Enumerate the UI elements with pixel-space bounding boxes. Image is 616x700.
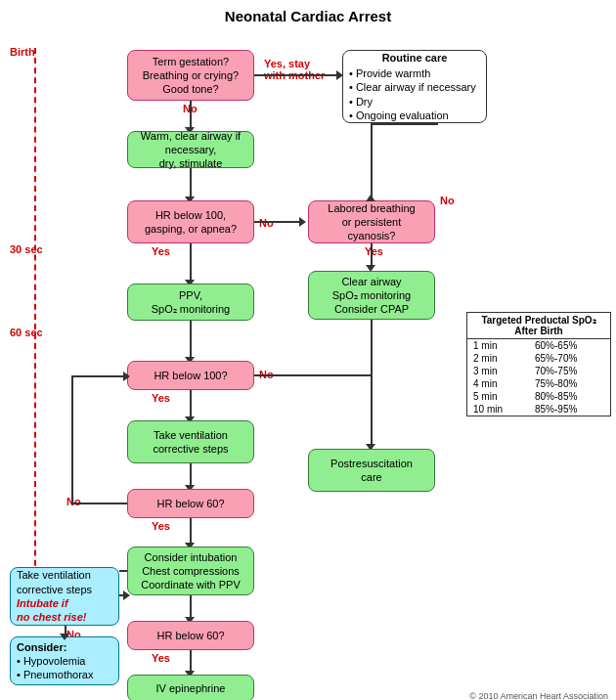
- spo2-row1-time: 1 min: [467, 339, 529, 353]
- spo2-row1-val: 60%-65%: [529, 339, 610, 353]
- consider-intubation-box: Consider intubationChest compressionsCoo…: [127, 547, 254, 595]
- arrow-term-to-warm: [190, 101, 192, 130]
- term-gestation-box: Term gestation?Breathing or crying?Good …: [127, 50, 254, 101]
- no-label-labored: No: [440, 195, 455, 206]
- hr-below-100-1-box: HR below 100,gasping, or apnea?: [127, 200, 254, 243]
- yes-label-hr60-2: Yes: [152, 652, 170, 664]
- arrowhead-cyan-consider: [60, 634, 69, 640]
- take-vent-steps-box: Take ventilationcorrective steps: [127, 420, 254, 463]
- consider-item2: • Pneumothorax: [17, 668, 93, 681]
- spo2-row6-val: 85%-95%: [529, 403, 610, 416]
- arrow-no-loop-up: [71, 375, 73, 503]
- arrowhead-labored-no: [366, 195, 375, 201]
- yes-label-hr2: Yes: [152, 392, 170, 404]
- warm-clear-text: Warm, clear airway if necessary,dry, sti…: [134, 129, 247, 171]
- copyright: © 2010 American Heart Association: [469, 691, 608, 700]
- consider-title: Consider:: [17, 640, 66, 654]
- routine-care-box: Routine care • Provide warmth • Clear ai…: [342, 50, 487, 123]
- 60sec-label: 60 sec: [10, 327, 43, 338]
- yes-stay-label: Yes, stay: [264, 58, 310, 69]
- spo2-row3-val: 70%-75%: [529, 365, 610, 377]
- spo2-row6-time: 10 min: [467, 403, 529, 416]
- arrow-hr60-no-left: [71, 503, 127, 504]
- spo2-row5-val: 80%-85%: [529, 390, 610, 403]
- labored-breathing-box: Labored breathingor persistentcyanosis?: [308, 200, 435, 243]
- take-vent-steps-text: Take ventilationcorrective steps: [153, 428, 228, 457]
- postresuscitation-box: Postresuscitationcare: [308, 449, 435, 492]
- no-label-2: No: [259, 217, 274, 229]
- no-label-hr60-1: No: [66, 496, 81, 507]
- consider-hypo-box: Consider: • Hypovolemia • Pneumothorax: [10, 636, 119, 685]
- ppv-text: PPV,SpO₂ monitoring: [152, 288, 230, 317]
- 30sec-label: 30 sec: [10, 243, 43, 255]
- take-vent-steps-2-box: Take ventilation corrective steps Intuba…: [10, 567, 119, 626]
- clear-airway-text: Clear airwaySpO₂ monitoringConsider CPAP: [332, 275, 411, 317]
- arrow-labored-up: [371, 123, 373, 200]
- take-vent-steps-2-line2: corrective steps: [17, 583, 92, 596]
- arrow-hr60-to-intub: [190, 518, 192, 546]
- routine-care-item3: • Dry: [349, 95, 373, 109]
- hr-below-100-1-text: HR below 100,gasping, or apnea?: [145, 208, 237, 237]
- take-vent-steps-2-line1: Take ventilation: [17, 568, 91, 582]
- spo2-row4-val: 75%-80%: [529, 377, 610, 390]
- arrow-to-routine: [254, 74, 340, 76]
- arrow-warm-to-hr1: [190, 168, 192, 199]
- arrow-hr2-right: [254, 374, 371, 376]
- arrow-hr1-to-ppv: [190, 243, 192, 283]
- take-vent-steps-2-italic: Intubate ifno chest rise!: [17, 596, 87, 625]
- arrowhead-cyan-intub: [123, 591, 130, 600]
- routine-care-title: Routine care: [349, 51, 480, 65]
- spo2-row2-val: 65%-70%: [529, 352, 610, 365]
- arrowhead-no-loop: [123, 372, 130, 381]
- yes-label-hr60-1: Yes: [152, 520, 170, 532]
- spo2-title: Targeted Preductal SpO₂After Birth: [467, 313, 610, 339]
- page-title: Neonatal Cardiac Arrest: [0, 0, 616, 28]
- labored-breathing-text: Labored breathingor persistentcyanosis?: [328, 201, 415, 243]
- hr-below-100-2-box: HR below 100?: [127, 361, 254, 390]
- hr-below-60-2-text: HR below 60?: [156, 629, 224, 642]
- spo2-row5-time: 5 min: [467, 390, 529, 403]
- hr-below-100-2-text: HR below 100?: [154, 369, 227, 382]
- birth-label: Birth: [10, 46, 35, 58]
- yes-label-labored: Yes: [365, 245, 383, 257]
- hr-below-60-1-text: HR below 60?: [156, 497, 224, 510]
- routine-care-item2: • Clear airway if necessary: [349, 80, 476, 94]
- consider-intubation-text: Consider intubationChest compressionsCoo…: [141, 550, 241, 592]
- arrow-clear-to-post: [371, 320, 373, 447]
- arrow-no-loop-right: [71, 375, 127, 377]
- postresuscitation-text: Postresuscitationcare: [330, 457, 413, 485]
- arrowhead-hr1-labored: [299, 217, 306, 227]
- routine-care-item1: • Provide warmth: [349, 66, 430, 80]
- arrow-routine-back: [371, 123, 438, 125]
- yes-label-hr1: Yes: [152, 245, 170, 257]
- clear-airway-box: Clear airwaySpO₂ monitoringConsider CPAP: [308, 271, 435, 320]
- warm-clear-box: Warm, clear airway if necessary,dry, sti…: [127, 131, 254, 168]
- arrow-intub-to-cyan: [119, 570, 127, 572]
- hr-below-60-1-box: HR below 60?: [127, 489, 254, 518]
- hr-below-60-2-box: HR below 60?: [127, 621, 254, 650]
- consider-item1: • Hypovolemia: [17, 654, 86, 668]
- iv-epinephrine-box: IV epinephrine: [127, 675, 254, 700]
- spo2-table: Targeted Preductal SpO₂After Birth 1 min…: [466, 312, 611, 416]
- arrow-ppv-to-hr2: [190, 321, 192, 360]
- routine-care-item4: • Ongoing evaluation: [349, 109, 449, 122]
- term-gestation-text: Term gestation?Breathing or crying?Good …: [143, 55, 239, 97]
- spo2-row3-time: 3 min: [467, 365, 529, 377]
- arrow-hr2-to-ventcorr: [190, 390, 192, 419]
- spo2-row4-time: 4 min: [467, 377, 529, 390]
- ppv-box: PPV,SpO₂ monitoring: [127, 284, 254, 321]
- iv-epinephrine-text: IV epinephrine: [156, 681, 226, 695]
- arrow-hr1-to-labored: [254, 221, 303, 223]
- spo2-row2-time: 2 min: [467, 352, 529, 365]
